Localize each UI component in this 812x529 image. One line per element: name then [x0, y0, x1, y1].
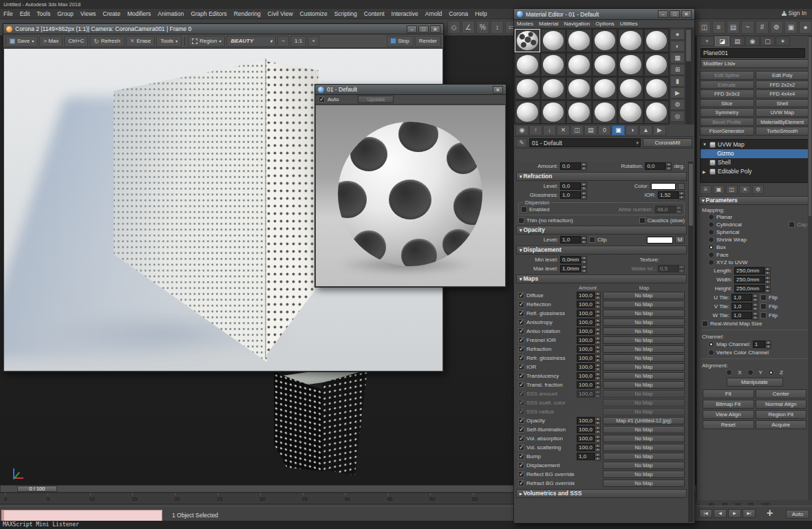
create-tab[interactable]: +	[700, 36, 714, 46]
bitmap-fit-button[interactable]: Bitmap Fit	[703, 400, 754, 409]
refraction-glossiness-spinner[interactable]: 1,0	[560, 191, 587, 199]
modifier-button[interactable]: Edit Spline	[700, 71, 754, 80]
map-checkbox[interactable]	[518, 355, 524, 361]
map-button[interactable]: No Map	[603, 345, 685, 353]
cylindrical-radio[interactable]	[708, 222, 714, 228]
modifier-button[interactable]: FFD 2x2x2	[756, 80, 810, 89]
play-button[interactable]: ▶	[728, 509, 741, 518]
menu-item[interactable]: Utilities	[617, 21, 641, 27]
put-to-scene-icon[interactable]: ↑	[529, 125, 542, 136]
planar-radio[interactable]	[708, 214, 714, 220]
display-tab[interactable]: ▢	[760, 36, 775, 46]
map-amount-spinner[interactable]: 100,0	[577, 390, 601, 398]
command-panel-scrollbar[interactable]	[808, 36, 812, 500]
map-checkbox[interactable]	[518, 319, 524, 325]
map-checkbox[interactable]	[518, 462, 524, 468]
go-to-parent-icon[interactable]: ▲	[639, 125, 652, 136]
material-slot[interactable]	[644, 77, 670, 100]
menu-item[interactable]: Create	[99, 10, 124, 17]
region-button[interactable]: Region	[188, 36, 225, 47]
displacement-rollout-header[interactable]: Displacement	[516, 246, 687, 255]
remove-modifier-icon[interactable]: ✕	[739, 185, 751, 194]
material-slot[interactable]	[515, 100, 540, 124]
menu-item[interactable]: Help	[471, 10, 490, 17]
map-button[interactable]: No Map	[603, 408, 685, 415]
configure-modifier-sets-icon[interactable]: ⚙	[752, 185, 764, 194]
to-max-button[interactable]: > Max	[39, 36, 63, 47]
slot-scrollbar[interactable]	[685, 28, 692, 125]
acquire-button[interactable]: Acquire	[756, 420, 807, 429]
material-slot[interactable]	[618, 29, 643, 52]
map-checkbox[interactable]	[518, 480, 524, 486]
amount-spinner[interactable]: 0,0	[560, 162, 587, 170]
utilities-tab[interactable]: ✶	[776, 36, 790, 46]
schematic-view-icon[interactable]: #	[756, 21, 769, 34]
length-spinner[interactable]: 250,0mm	[734, 267, 771, 274]
menu-item[interactable]: Animation	[154, 10, 187, 17]
save-button[interactable]: Save	[6, 36, 38, 47]
align-x-radio[interactable]	[726, 369, 732, 376]
map-amount-spinner[interactable]: 100,0	[577, 336, 601, 344]
shrink-wrap-radio[interactable]	[708, 237, 714, 243]
material-slot[interactable]	[515, 77, 540, 100]
displacement-min-spinner[interactable]: 0,0mm	[560, 256, 587, 263]
perforated-object[interactable]	[273, 370, 376, 484]
backlight-icon[interactable]: ◐	[670, 41, 685, 52]
refraction-color-map-button[interactable]	[678, 183, 685, 190]
menu-item[interactable]: Scripting	[331, 10, 361, 17]
map-button[interactable]: No Map	[603, 327, 685, 335]
modifier-visibility-icon[interactable]	[709, 169, 716, 175]
opacity-map-button[interactable]: M	[675, 236, 685, 244]
maxscript-mini-listener-input[interactable]	[1, 510, 162, 521]
angle-snap-icon[interactable]: ∠	[462, 21, 475, 34]
show-end-result-icon[interactable]: ◑	[626, 125, 639, 136]
render-setup-icon[interactable]: ⚙	[770, 21, 783, 34]
material-slot[interactable]	[644, 100, 670, 124]
rendered-frame-icon[interactable]: ▣	[784, 21, 798, 34]
spinner-snap-icon[interactable]: ↕	[491, 21, 504, 34]
menu-item[interactable]: Edit	[17, 10, 34, 17]
material-slot[interactable]	[541, 77, 566, 100]
percent-snap-icon[interactable]: %	[476, 21, 489, 34]
menu-item[interactable]: File	[0, 10, 17, 17]
modifier-button[interactable]: MaterialByElement	[756, 118, 810, 127]
modifier-button[interactable]: FFD 3x3x3	[700, 89, 754, 98]
menu-item[interactable]: Views	[77, 10, 100, 17]
map-checkbox[interactable]	[518, 471, 524, 477]
show-end-result-icon[interactable]: ▣	[713, 185, 725, 194]
material-slot[interactable]	[541, 53, 566, 76]
modifier-list-dropdown[interactable]: Modifier List	[701, 59, 809, 68]
displacement-max-spinner[interactable]: 1,0mm	[560, 265, 587, 272]
map-button[interactable]: No Map	[603, 444, 685, 451]
expand-icon[interactable]: ▼	[703, 142, 707, 147]
menu-item[interactable]: Interactive	[388, 10, 422, 17]
map-amount-spinner[interactable]: 100,0	[577, 372, 601, 380]
caustics-checkbox[interactable]	[639, 217, 645, 224]
menu-item[interactable]: Graph Editors	[187, 10, 230, 17]
zoom-fit-button[interactable]: 1:1	[290, 36, 306, 47]
close-icon[interactable]: ✕	[681, 10, 692, 18]
material-slot[interactable]	[592, 29, 618, 52]
options-icon[interactable]: ⚙	[670, 99, 685, 110]
map-button[interactable]: No Map	[603, 372, 685, 380]
put-to-library-icon[interactable]: ▤	[584, 125, 597, 136]
material-slot[interactable]	[592, 77, 618, 100]
xyz-uvw-radio[interactable]	[708, 259, 714, 266]
go-forward-icon[interactable]: ▶	[653, 125, 666, 136]
stop-button[interactable]: Stop	[387, 36, 413, 47]
map-checkbox[interactable]	[518, 328, 524, 334]
close-icon[interactable]: ✕	[493, 86, 503, 94]
time-slider-handle[interactable]: 0 / 100	[17, 486, 57, 492]
menu-item[interactable]: Rendering	[231, 10, 264, 17]
corona-titlebar[interactable]: Corona 2 |1149×862px (1:1)| Camera: Coro…	[3, 24, 443, 34]
menu-item[interactable]: Tools	[33, 10, 54, 17]
pin-stack-icon[interactable]: ≡	[700, 185, 712, 194]
material-slot[interactable]	[618, 77, 643, 100]
maximize-icon[interactable]: □	[418, 25, 429, 33]
map-amount-spinner[interactable]: 100,0	[577, 417, 601, 424]
parameters-rollout-header[interactable]: Parameters	[698, 196, 811, 205]
menu-item[interactable]: Arnold	[422, 10, 446, 17]
map-button[interactable]: No Map	[603, 471, 685, 478]
menu-item[interactable]: Group	[54, 10, 77, 17]
map-button[interactable]: No Map	[603, 363, 685, 371]
